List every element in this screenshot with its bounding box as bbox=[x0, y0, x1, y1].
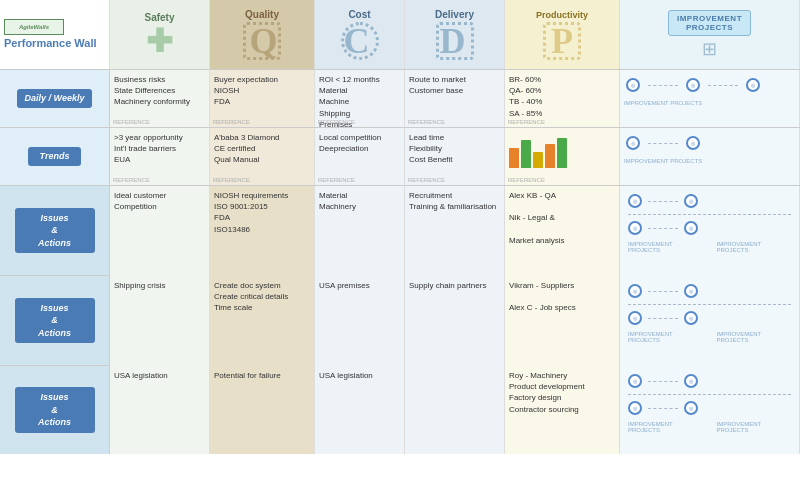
cell-trends-safety: >3 year opportunity Int'l trade barriers… bbox=[110, 128, 210, 185]
header-row: AgileWalls Performance Wall Safety ✚ Qua… bbox=[0, 0, 800, 70]
dashed-sep-1 bbox=[648, 85, 678, 86]
performance-wall: AgileWalls Performance Wall Safety ✚ Qua… bbox=[0, 0, 800, 504]
body-area: Daily / Weekly Business risks State Diff… bbox=[0, 70, 800, 504]
wall-title: Performance Wall bbox=[4, 37, 97, 50]
row-trends: Trends >3 year opportunity Int'l trade b… bbox=[0, 128, 800, 186]
cell-daily-delivery: Route to market Customer base REFERENCE bbox=[405, 70, 505, 127]
improvement-circle-6[interactable]: ◎ bbox=[628, 194, 642, 208]
col-header-delivery: Delivery D bbox=[405, 0, 505, 69]
improvement-circle-9[interactable]: ◎ bbox=[684, 221, 698, 235]
bar-5 bbox=[557, 138, 567, 168]
cell-trends-improvement: ◎ ◎ IMPROVEMENT PROJECTS bbox=[620, 128, 800, 185]
cell-issues1-productivity: Alex KB - QA Nik - Legal & Market analys… bbox=[505, 186, 620, 276]
bar-4 bbox=[545, 144, 555, 168]
improvement-icon: ⊞ bbox=[702, 38, 717, 60]
cell-trends-delivery: Lead time Flexibility Cost Benefit REFER… bbox=[405, 128, 505, 185]
cost-icon: C bbox=[341, 22, 379, 60]
dashed-sep-3 bbox=[648, 143, 678, 144]
improvement-circle-1[interactable]: ◎ bbox=[626, 78, 640, 92]
logo-area: AgileWalls Performance Wall bbox=[4, 19, 105, 50]
cell-issues1-cost: Material Machinery bbox=[315, 186, 405, 276]
cell-daily-improvement: ◎ ◎ ◎ IMPROVEMENT PROJECTS bbox=[620, 70, 800, 127]
cell-issues2-productivity: Vikram - Suppliers Alex C - Job specs bbox=[505, 276, 620, 366]
sidebar-header: AgileWalls Performance Wall bbox=[0, 0, 110, 69]
row-label-issues3: Issues&Actions bbox=[0, 366, 110, 454]
col-header-quality: Quality Q bbox=[210, 0, 315, 69]
cell-trends-quality: A'baba 3 Diamond CE certified Qual Manua… bbox=[210, 128, 315, 185]
improvement-circle-16[interactable]: ◎ bbox=[628, 401, 642, 415]
improvement-circle-13[interactable]: ◎ bbox=[684, 311, 698, 325]
improvement-circle-15[interactable]: ◎ bbox=[684, 374, 698, 388]
dashed-sep-2 bbox=[708, 85, 738, 86]
logo: AgileWalls bbox=[4, 19, 64, 35]
row-label-issues2: Issues&Actions bbox=[0, 276, 110, 365]
cell-issues3-productivity: Roy - Machinery Product development Fact… bbox=[505, 366, 620, 454]
improvement-circle-12[interactable]: ◎ bbox=[628, 311, 642, 325]
col-header-safety: Safety ✚ bbox=[110, 0, 210, 69]
col-header-improvement: IMPROVEMENT PROJECTS ⊞ bbox=[620, 0, 800, 69]
bar-3 bbox=[533, 152, 543, 168]
cell-issues2-safety: Shipping crisis bbox=[110, 276, 210, 366]
cell-issues3-safety: USA legislation bbox=[110, 366, 210, 454]
row-label-daily: Daily / Weekly bbox=[0, 70, 110, 127]
improvement-circle-14[interactable]: ◎ bbox=[628, 374, 642, 388]
col-header-cost: Cost C bbox=[315, 0, 405, 69]
bar-chart bbox=[509, 136, 615, 168]
cell-trends-cost: Local competition Deepreciation REFERENC… bbox=[315, 128, 405, 185]
bar-1 bbox=[509, 148, 519, 168]
row-label-issues1: Issues&Actions bbox=[0, 186, 110, 275]
cell-issues3-quality: Potential for failure bbox=[210, 366, 315, 454]
row-label-trends: Trends bbox=[0, 128, 110, 185]
safety-icon: ✚ bbox=[146, 25, 173, 57]
improvement-circle-5[interactable]: ◎ bbox=[686, 136, 700, 150]
cell-issues1-safety: Ideal customer Competition bbox=[110, 186, 210, 276]
cell-issues1-improvement: ◎ ◎ ◎ ◎ IMPROVEMENT PROJECTS IMPROVEMENT… bbox=[620, 186, 800, 276]
cell-issues1-quality: NIOSH requirements ISO 9001:2015 FDA ISO… bbox=[210, 186, 315, 276]
improvement-label: IMPROVEMENT PROJECTS bbox=[668, 10, 751, 36]
bar-2 bbox=[521, 140, 531, 168]
row-issues1: Issues&Actions Ideal customer Competitio… bbox=[0, 186, 800, 276]
cell-issues3-cost: USA legislation bbox=[315, 366, 405, 454]
improvement-circle-10[interactable]: ◎ bbox=[628, 284, 642, 298]
improvement-circle-17[interactable]: ◎ bbox=[684, 401, 698, 415]
cell-issues2-improvement: ◎ ◎ ◎ ◎ IMPROVEMENT PROJECTS IMPROVEMENT… bbox=[620, 276, 800, 366]
improvement-circle-8[interactable]: ◎ bbox=[628, 221, 642, 235]
cell-daily-cost: ROI < 12 months Material Machine Shippin… bbox=[315, 70, 405, 127]
cell-issues2-delivery: Supply chain partners bbox=[405, 276, 505, 366]
improvement-circle-4[interactable]: ◎ bbox=[626, 136, 640, 150]
cell-daily-safety: Business risks State Differences Machine… bbox=[110, 70, 210, 127]
row-issues3: Issues&Actions USA legislation Potential… bbox=[0, 366, 800, 454]
improvement-circle-3[interactable]: ◎ bbox=[746, 78, 760, 92]
cell-daily-quality: Buyer expectation NIOSH FDA REFERENCE bbox=[210, 70, 315, 127]
cell-trends-productivity: REFERENCE bbox=[505, 128, 620, 185]
improvement-circle-7[interactable]: ◎ bbox=[684, 194, 698, 208]
delivery-icon: D bbox=[436, 22, 474, 60]
row-daily-weekly: Daily / Weekly Business risks State Diff… bbox=[0, 70, 800, 128]
cell-daily-productivity: BR- 60% QA- 60% TB - 40% SA - 85% REFERE… bbox=[505, 70, 620, 127]
cell-issues2-cost: USA premises bbox=[315, 276, 405, 366]
quality-icon: Q bbox=[243, 22, 281, 60]
cell-issues3-improvement: ◎ ◎ ◎ ◎ IMPROVEMENT PROJECTS IMPROVEMENT… bbox=[620, 366, 800, 454]
cell-issues2-quality: Create doc system Create critical detail… bbox=[210, 276, 315, 366]
cell-issues1-delivery: Recruitment Training & familiarisation bbox=[405, 186, 505, 276]
col-header-productivity: Productivity P bbox=[505, 0, 620, 69]
improvement-circle-2[interactable]: ◎ bbox=[686, 78, 700, 92]
productivity-icon: P bbox=[543, 22, 581, 60]
row-issues2: Issues&Actions Shipping crisis Create do… bbox=[0, 276, 800, 366]
improvement-circle-11[interactable]: ◎ bbox=[684, 284, 698, 298]
cell-issues3-delivery bbox=[405, 366, 505, 454]
